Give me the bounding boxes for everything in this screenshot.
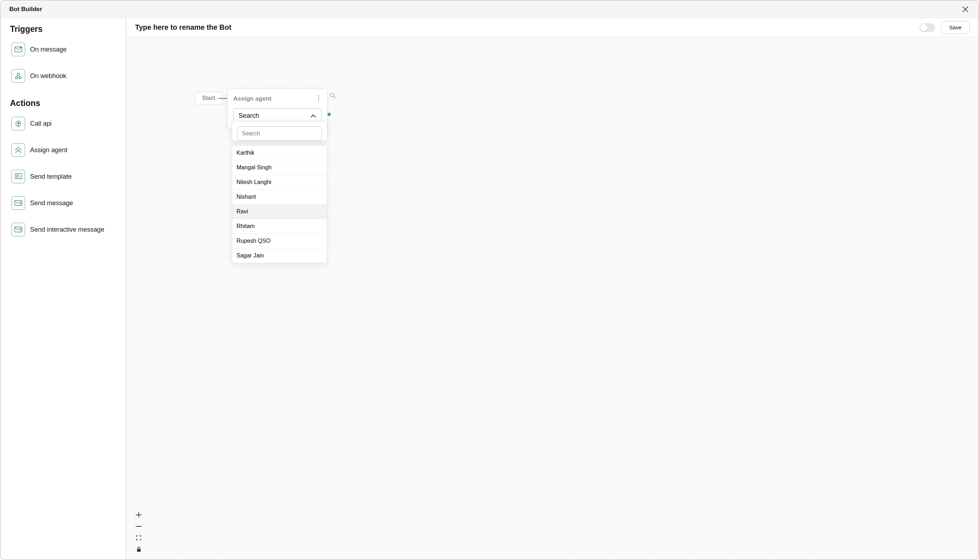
svg-point-6 (18, 123, 19, 124)
dropdown-option[interactable]: Nishant (232, 190, 327, 205)
send-message-icon (12, 196, 25, 210)
flow-canvas[interactable]: Start Assign agent Search (127, 37, 978, 559)
kebab-icon (318, 95, 319, 101)
sidebar-item-label: Assign agent (30, 147, 67, 154)
svg-point-8 (17, 148, 20, 150)
titlebar-title: Bot Builder (9, 6, 42, 13)
agent-icon (12, 143, 25, 157)
chevron-up-icon (310, 112, 316, 120)
titlebar: Bot Builder (1, 1, 978, 18)
sidebar-item-label: On message (30, 46, 67, 53)
dropdown-option[interactable]: Mangal Singh (232, 160, 327, 175)
sidebar-item-label: Call api (30, 120, 52, 127)
webhook-icon (12, 69, 25, 83)
minus-icon (136, 523, 142, 529)
content: Triggers On message On webhook Actions A… (1, 18, 978, 559)
select-label: Search (239, 112, 259, 120)
lock-button[interactable] (134, 544, 144, 554)
template-icon (12, 170, 25, 183)
trigger-on-message[interactable]: On message (10, 39, 117, 65)
fullscreen-icon (136, 535, 141, 540)
dropdown-option[interactable]: Sagar Jain (232, 248, 327, 263)
action-send-interactive-message[interactable]: Send interactive message (10, 219, 117, 240)
node-menu-button[interactable] (316, 95, 321, 103)
toolbar: Save (127, 18, 978, 37)
lock-icon (137, 547, 141, 552)
node-zoom-button[interactable] (330, 93, 336, 100)
sidebar-item-label: Send template (30, 173, 72, 180)
svg-point-1 (20, 47, 22, 48)
zoom-in-button[interactable] (134, 510, 144, 520)
dropdown-option[interactable]: Karthik (232, 146, 327, 160)
dropdown-option[interactable]: Rhitam (232, 219, 327, 234)
bot-name-input[interactable] (135, 23, 914, 32)
enable-toggle[interactable] (919, 23, 935, 32)
dropdown-option[interactable]: Nilesh Langhi (232, 175, 327, 190)
actions-heading: Actions (10, 98, 117, 108)
action-assign-agent[interactable]: Assign agent (10, 140, 117, 166)
triggers-heading: Triggers (10, 24, 117, 34)
dropdown-option[interactable]: Rupesh QSO (232, 234, 327, 248)
save-button[interactable]: Save (941, 21, 970, 34)
action-call-api[interactable]: API Call api (10, 113, 117, 140)
main-area: Save Start Assign agent Search (127, 18, 978, 559)
canvas-controls (134, 510, 144, 554)
sidebar: Triggers On message On webhook Actions A… (1, 18, 127, 559)
dropdown-option[interactable]: Ravi (232, 205, 327, 219)
svg-text:API: API (17, 125, 20, 127)
svg-point-13 (318, 97, 319, 98)
svg-rect-16 (137, 549, 140, 552)
fit-screen-button[interactable] (134, 533, 144, 543)
svg-point-12 (318, 95, 319, 96)
node-header: Assign agent (233, 95, 321, 103)
dropdown-search-input[interactable] (237, 127, 322, 141)
message-icon (12, 43, 25, 56)
sidebar-item-label: On webhook (30, 72, 66, 80)
connector-line (218, 98, 227, 99)
api-icon: API (12, 117, 25, 130)
sidebar-item-label: Send interactive message (30, 226, 104, 233)
action-send-message[interactable]: Send message (10, 193, 117, 219)
interactive-message-icon (12, 223, 25, 236)
sidebar-item-label: Send message (30, 200, 73, 207)
zoom-out-button[interactable] (134, 521, 144, 532)
close-icon (962, 6, 969, 13)
trigger-on-webhook[interactable]: On webhook (10, 65, 117, 92)
app-window: Bot Builder Triggers On message On webho… (0, 0, 979, 560)
node-title: Assign agent (233, 95, 272, 102)
action-send-template[interactable]: Send template (10, 166, 117, 193)
svg-point-14 (318, 100, 319, 101)
plus-icon (136, 512, 142, 518)
dropdown-search-panel (232, 121, 327, 141)
close-button[interactable] (961, 5, 970, 13)
output-port[interactable] (327, 113, 331, 116)
magnifier-icon (330, 93, 336, 98)
toggle-knob (920, 24, 927, 31)
dropdown-options-list: KarthikMangal SinghNilesh LanghiNishantR… (232, 145, 327, 263)
